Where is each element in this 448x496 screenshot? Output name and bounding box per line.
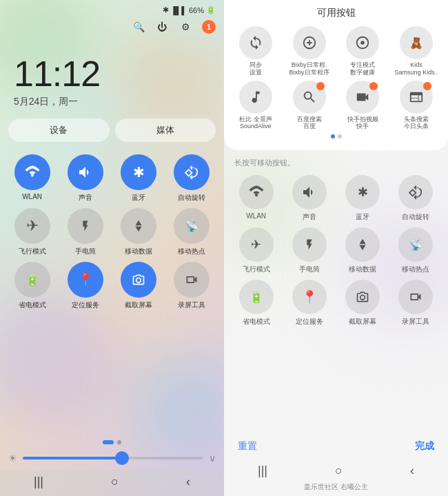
right-screen-record-icon bbox=[398, 280, 433, 314]
right-tile-hotspot[interactable]: 📡 移动热点 bbox=[392, 227, 440, 274]
tile-flashlight[interactable]: 手电筒 bbox=[61, 208, 109, 256]
avail-tile-kids[interactable]: 🧸 KidsSamsung Kids.. bbox=[391, 26, 441, 76]
hotspot-icon: 📡 bbox=[174, 208, 210, 244]
done-button[interactable]: 完成 bbox=[415, 440, 434, 453]
brightness-bar[interactable]: ☀ ∨ bbox=[0, 450, 224, 469]
right-nav-back-icon[interactable]: ‹ bbox=[410, 464, 414, 478]
right-tile-screenshot[interactable]: 截取屏幕 bbox=[339, 280, 387, 327]
bluetooth-label: 蓝牙 bbox=[132, 193, 145, 203]
brightness-expand-icon[interactable]: ∨ bbox=[209, 453, 216, 464]
right-power-save-icon: 🔋 bbox=[239, 280, 274, 314]
mobile-data-label: 移动数据 bbox=[125, 247, 152, 256]
right-flashlight-icon bbox=[292, 227, 327, 262]
tile-sound[interactable]: 声音 bbox=[61, 154, 109, 203]
right-tile-location[interactable]: 📍 定位服务 bbox=[285, 280, 333, 327]
right-screenshot-label: 截取屏幕 bbox=[349, 317, 376, 327]
right-autorotate-icon bbox=[398, 175, 433, 209]
right-nav-bar: ||| ○ ‹ bbox=[224, 458, 448, 481]
right-tile-airplane[interactable]: ✈ 飞行模式 bbox=[232, 227, 280, 274]
sound-icon bbox=[68, 154, 103, 190]
available-buttons-section: 可用按钮 同步设置 Bixby日常程.Bixby日常程序 bbox=[224, 0, 448, 150]
search-icon[interactable]: 🔍 bbox=[132, 20, 145, 34]
tile-autorotate[interactable]: 自动旋转 bbox=[168, 154, 216, 203]
avail-tile-dolby[interactable]: 杜比 全景声SoundAlive bbox=[231, 81, 281, 131]
avail-toutiao-icon bbox=[400, 81, 433, 114]
reset-button[interactable]: 重置 bbox=[238, 440, 257, 453]
tile-airplane[interactable]: ✈ 飞行模式 bbox=[8, 208, 56, 256]
nav-menu-icon[interactable]: ||| bbox=[34, 475, 43, 489]
tile-bluetooth[interactable]: ✱ 蓝牙 bbox=[115, 154, 163, 203]
right-autorotate-label: 自动旋转 bbox=[402, 212, 429, 222]
battery-percent: 66% bbox=[189, 6, 204, 14]
right-hotspot-icon: 📡 bbox=[398, 227, 433, 262]
nav-home-icon[interactable]: ○ bbox=[111, 475, 119, 489]
avail-tile-baidu[interactable]: 百度搜索百度 bbox=[285, 81, 334, 131]
battery-icon: 🔋 bbox=[206, 6, 216, 14]
brightness-track[interactable] bbox=[23, 457, 203, 459]
airplane-label: 飞行模式 bbox=[19, 247, 46, 256]
right-screen-record-label: 录屏工具 bbox=[402, 317, 429, 327]
notification-badge[interactable]: 1 bbox=[202, 20, 216, 34]
tile-location[interactable]: 📍 定位服务 bbox=[61, 262, 109, 310]
right-tile-wlan[interactable]: WLAN bbox=[232, 175, 280, 222]
bluetooth-icon: ✱ bbox=[121, 154, 156, 190]
right-airplane-icon: ✈ bbox=[239, 227, 274, 262]
location-icon: 📍 bbox=[68, 262, 103, 298]
right-tile-screen-record[interactable]: 录屏工具 bbox=[392, 280, 440, 327]
right-tile-bluetooth[interactable]: ✱ 蓝牙 bbox=[339, 175, 387, 222]
right-location-label: 定位服务 bbox=[296, 317, 323, 327]
avail-sync-icon bbox=[239, 26, 272, 59]
hotspot-label: 移动热点 bbox=[178, 247, 205, 256]
right-tile-autorotate[interactable]: 自动旋转 bbox=[392, 175, 440, 222]
signal-bars: ▐▌▌ bbox=[171, 6, 187, 14]
status-bar: ✱ ▐▌▌ 66% 🔋 bbox=[0, 0, 224, 17]
power-icon[interactable]: ⏻ bbox=[155, 20, 169, 34]
tile-screen-record[interactable]: 录屏工具 bbox=[168, 262, 216, 310]
flashlight-icon bbox=[68, 208, 103, 244]
brightness-fill bbox=[23, 457, 122, 459]
action-bar: 重置 完成 bbox=[224, 435, 448, 458]
tile-hotspot[interactable]: 📡 移动热点 bbox=[168, 208, 216, 256]
avail-baidu-icon bbox=[293, 81, 326, 114]
tab-media[interactable]: 媒体 bbox=[115, 118, 216, 142]
tile-wlan[interactable]: WLAN bbox=[8, 154, 56, 203]
available-buttons-grid: 同步设置 Bixby日常程.Bixby日常程序 专注模式数字健康 🧸 bbox=[231, 26, 441, 130]
right-location-icon: 📍 bbox=[292, 280, 327, 314]
nav-back-icon[interactable]: ‹ bbox=[186, 475, 190, 489]
avail-tile-bixby[interactable]: Bixby日常程.Bixby日常程序 bbox=[285, 26, 334, 76]
power-save-label: 省电模式 bbox=[19, 300, 46, 310]
baidu-badge bbox=[316, 82, 325, 90]
tile-screenshot[interactable]: 截取屏幕 bbox=[115, 262, 163, 310]
tile-mobile-data[interactable]: 移动数据 bbox=[115, 208, 163, 256]
right-nav-home-icon[interactable]: ○ bbox=[335, 464, 343, 478]
right-sound-icon bbox=[292, 175, 327, 209]
avail-tile-focus[interactable]: 专注模式数字健康 bbox=[338, 26, 388, 76]
avail-tile-kuaishou[interactable]: 快手拍视频快手 bbox=[338, 81, 388, 131]
location-label: 定位服务 bbox=[72, 300, 99, 310]
right-tile-mobile-data[interactable]: 移动数据 bbox=[339, 227, 387, 274]
clock-date: 5月24日，周一 bbox=[14, 96, 78, 108]
right-tile-sound[interactable]: 声音 bbox=[285, 175, 333, 222]
avail-tile-sync[interactable]: 同步设置 bbox=[231, 26, 281, 76]
avail-tile-toutiao[interactable]: 头条搜索今日头条 bbox=[391, 81, 441, 131]
right-sound-label: 声音 bbox=[303, 212, 316, 222]
device-media-tabs: 设备 媒体 bbox=[0, 118, 224, 149]
bluetooth-status: ✱ bbox=[163, 6, 169, 14]
avail-kids-icon: 🧸 bbox=[400, 26, 433, 59]
screenshot-label: 截取屏幕 bbox=[125, 300, 152, 310]
tab-device[interactable]: 设备 bbox=[8, 118, 110, 142]
right-hotspot-label: 移动热点 bbox=[402, 265, 429, 274]
settings-icon[interactable]: ⚙ bbox=[179, 20, 192, 34]
watermark: 盖乐世社区 右曦公主 bbox=[224, 481, 448, 496]
right-nav-menu-icon[interactable]: ||| bbox=[258, 464, 267, 478]
power-save-icon: 🔋 bbox=[14, 262, 50, 298]
right-bottom: 重置 完成 ||| ○ ‹ 盖乐世社区 右曦公主 bbox=[224, 435, 448, 496]
right-tile-flashlight[interactable]: 手电筒 bbox=[285, 227, 333, 274]
dot-2 bbox=[117, 440, 121, 444]
tile-power-save[interactable]: 🔋 省电模式 bbox=[8, 262, 56, 310]
avail-dot-1 bbox=[331, 134, 335, 138]
brightness-thumb[interactable] bbox=[115, 451, 129, 465]
avail-kids-label: KidsSamsung Kids.. bbox=[395, 61, 438, 76]
sound-label: 声音 bbox=[79, 193, 92, 203]
right-tile-power-save[interactable]: 🔋 省电模式 bbox=[232, 280, 280, 327]
